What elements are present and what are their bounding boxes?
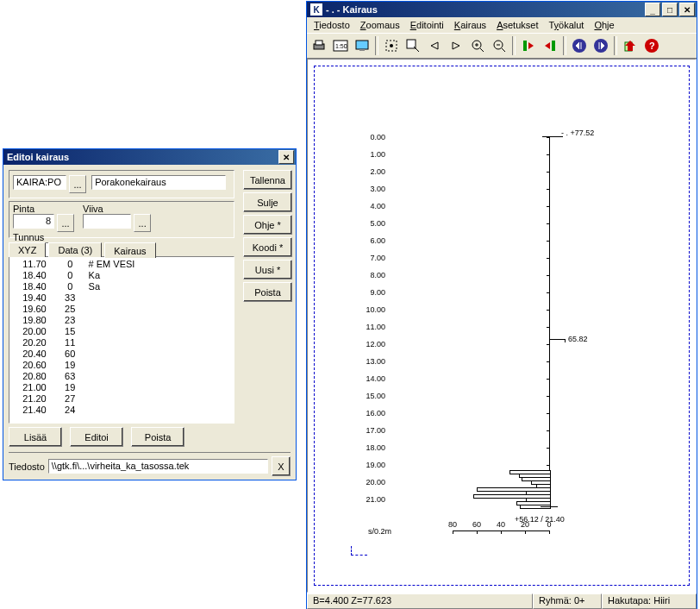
minimize-icon[interactable]: _ bbox=[645, 3, 660, 16]
menu-kairaus[interactable]: Kairaus bbox=[451, 19, 490, 31]
menu-asetukset[interactable]: Asetukset bbox=[493, 19, 541, 31]
y-tick-label: 0.00 bbox=[351, 133, 385, 141]
y-tick-label: 13.00 bbox=[351, 357, 385, 366]
tiedosto-label: Tiedosto bbox=[9, 461, 45, 472]
maximize-icon[interactable]: □ bbox=[662, 3, 678, 16]
svg-rect-1 bbox=[316, 41, 322, 45]
y-tick-label: 20.00 bbox=[351, 478, 385, 487]
pinta-field[interactable]: 8 bbox=[13, 214, 54, 229]
svg-rect-12 bbox=[552, 41, 555, 51]
uusi-button[interactable]: Uusi * bbox=[243, 260, 292, 279]
main-titlebar[interactable]: K - . - Kairaus _ □ ✕ bbox=[307, 2, 697, 17]
tab-xyz[interactable]: XYZ bbox=[9, 242, 46, 257]
list-item[interactable]: 21.20 27 bbox=[15, 393, 234, 405]
list-item[interactable]: 19.60 25 bbox=[15, 304, 234, 315]
menu-ohje[interactable]: Ohje bbox=[591, 19, 617, 31]
poista-button[interactable]: Poista bbox=[243, 282, 292, 302]
app-icon: K bbox=[310, 3, 322, 16]
y-tick-label: 18.00 bbox=[351, 443, 385, 452]
menu-tyokalut[interactable]: Työkalut bbox=[545, 19, 587, 31]
toolbar: 1:50 ? bbox=[307, 33, 697, 59]
y-tick-label: 2.00 bbox=[351, 167, 385, 176]
dialog-title: Editoi kairaus bbox=[7, 152, 69, 162]
ohje-button[interactable]: Ohje * bbox=[243, 215, 292, 235]
tiedosto-field[interactable]: \\gtk.fi\...\virheita_ka_tasossa.tek bbox=[48, 459, 268, 474]
menu-editointi[interactable]: Editointi bbox=[407, 19, 447, 31]
y-tick-label: 21.00 bbox=[351, 495, 385, 504]
close-icon[interactable]: ✕ bbox=[278, 150, 294, 164]
export-icon[interactable] bbox=[620, 35, 641, 56]
svg-point-7 bbox=[390, 44, 393, 47]
menu-tiedosto[interactable]: Tiedosto bbox=[310, 19, 353, 31]
list-item[interactable]: 18.40 0 Ka bbox=[15, 270, 234, 281]
mid-annotation: 65.82 bbox=[568, 335, 588, 343]
next-icon[interactable] bbox=[446, 35, 466, 56]
tabs: XYZ Data (3) Kairaus bbox=[9, 241, 234, 256]
x-unit-label: s/0.2m bbox=[368, 527, 391, 536]
kaira-type-row: KAIRA:PO ... Porakonekairaus bbox=[9, 170, 234, 198]
step-back-icon[interactable] bbox=[569, 35, 590, 56]
y-tick-label: 12.00 bbox=[351, 340, 385, 348]
y-tick-label: 16.00 bbox=[351, 409, 385, 418]
kaira-code-picker-button[interactable]: ... bbox=[69, 175, 86, 193]
x-tick-label: 20 bbox=[516, 520, 534, 529]
y-tick-label: 17.00 bbox=[351, 426, 385, 435]
menu-zoomaus[interactable]: Zoomaus bbox=[357, 19, 403, 31]
list-item[interactable]: 11.70 0 # EM VESI bbox=[15, 259, 234, 270]
zoom-window-icon[interactable] bbox=[403, 35, 423, 56]
lisaa-button[interactable]: Lisää bbox=[9, 427, 62, 447]
list-item[interactable]: 21.40 24 bbox=[15, 405, 234, 416]
step-forward-icon[interactable] bbox=[591, 35, 611, 56]
list-item[interactable]: 19.80 23 bbox=[15, 315, 234, 326]
list-item[interactable]: 18.40 0 Sa bbox=[15, 281, 234, 292]
y-tick-label: 10.00 bbox=[351, 305, 385, 314]
zoom-out-icon[interactable] bbox=[489, 35, 509, 56]
tool-b-icon[interactable] bbox=[540, 35, 560, 56]
status-ryhma: Ryhmä: 0+ bbox=[533, 593, 602, 609]
main-title: - . - Kairaus bbox=[326, 4, 378, 15]
dialog-titlebar[interactable]: Editoi kairaus ✕ bbox=[3, 149, 296, 165]
list-item[interactable]: 20.20 11 bbox=[15, 337, 234, 348]
viiva-label: Viiva bbox=[83, 204, 159, 214]
y-tick-label: 8.00 bbox=[351, 271, 385, 279]
print-icon[interactable] bbox=[309, 35, 329, 56]
kaira-type-field[interactable]: Porakonekairaus bbox=[91, 175, 226, 190]
koodi-button[interactable]: Koodi * bbox=[243, 237, 292, 257]
zoom-in-icon[interactable] bbox=[467, 35, 488, 56]
zoom-extent-icon[interactable] bbox=[381, 35, 402, 56]
prev-icon[interactable] bbox=[424, 35, 445, 56]
list-item[interactable]: 19.40 33 bbox=[15, 292, 234, 304]
tool-a-icon[interactable] bbox=[518, 35, 539, 56]
y-tick-label: 7.00 bbox=[351, 254, 385, 262]
y-tick-label: 11.00 bbox=[351, 323, 385, 331]
close-icon[interactable]: ✕ bbox=[679, 3, 695, 16]
statusbar: B=4.400 Z=77.623 Ryhmä: 0+ Hakutapa: Hii… bbox=[307, 593, 697, 609]
x-tick-label: 40 bbox=[492, 520, 509, 529]
list-item[interactable]: 20.60 19 bbox=[15, 360, 234, 371]
svg-text:1:50: 1:50 bbox=[335, 43, 347, 49]
editoi-button[interactable]: Editoi bbox=[70, 427, 123, 447]
clear-file-button[interactable]: X bbox=[272, 456, 291, 476]
data-listbox[interactable]: 11.70 0 # EM VESI 18.40 0 Ka 18.40 0 Sa … bbox=[9, 256, 234, 424]
list-item[interactable]: 21.00 19 bbox=[15, 382, 234, 393]
screen-icon[interactable] bbox=[352, 35, 372, 56]
tab-data[interactable]: Data (3) bbox=[48, 242, 102, 257]
list-item[interactable]: 20.80 63 bbox=[15, 371, 234, 382]
status-hakutapa: Hakutapa: Hiiri bbox=[602, 593, 697, 609]
svg-rect-5 bbox=[359, 49, 365, 51]
scale-icon[interactable]: 1:50 bbox=[330, 35, 351, 56]
tab-kairaus[interactable]: Kairaus bbox=[104, 242, 155, 258]
help-icon[interactable]: ? bbox=[641, 35, 662, 56]
tallenna-button[interactable]: Tallenna bbox=[243, 170, 292, 190]
viiva-picker-button[interactable]: ... bbox=[134, 214, 151, 232]
list-item[interactable]: 20.40 60 bbox=[15, 348, 234, 360]
list-item[interactable]: 20.00 15 bbox=[15, 326, 234, 337]
viiva-field[interactable] bbox=[83, 214, 131, 229]
sulje-button[interactable]: Sulje bbox=[243, 192, 292, 212]
pinta-picker-button[interactable]: ... bbox=[57, 214, 74, 232]
drawing-canvas[interactable]: 0.001.002.003.004.005.006.007.008.009.00… bbox=[307, 59, 697, 593]
status-coords: B=4.400 Z=77.623 bbox=[307, 593, 533, 609]
kaira-code-field[interactable]: KAIRA:PO bbox=[13, 175, 66, 190]
poista2-button[interactable]: Poista bbox=[131, 427, 184, 447]
pinta-label: Pinta bbox=[13, 204, 80, 214]
